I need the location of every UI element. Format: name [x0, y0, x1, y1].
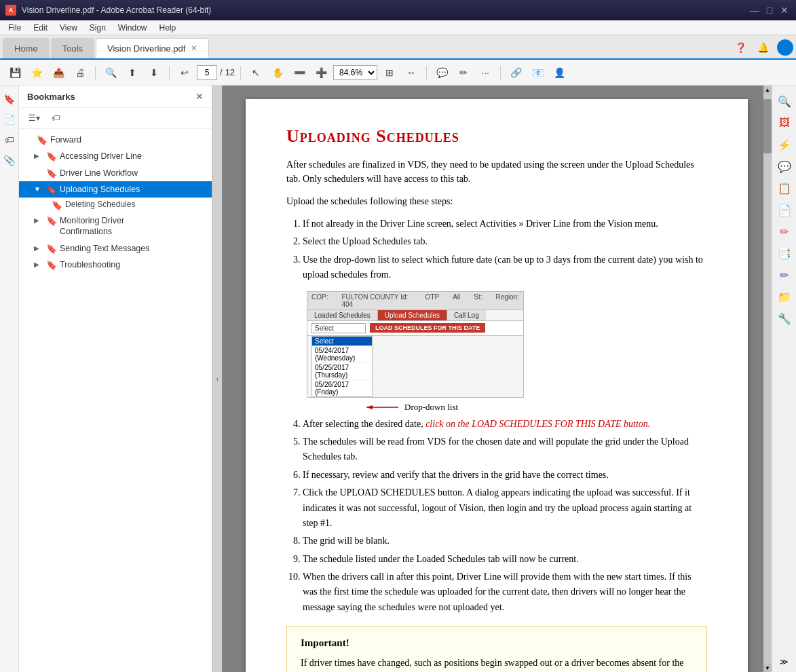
- fit-width-button[interactable]: ↔: [402, 63, 421, 82]
- help-icon[interactable]: ❓: [732, 39, 749, 56]
- sidebar-view-btn[interactable]: ☰▾: [24, 111, 43, 126]
- toolbar: 💾 ⭐ 📤 🖨 🔍 ⬆ ⬇ ↩ / 12 ↖ ✋ ➖ ➕ 84.6% ⊞ ↔ 💬…: [0, 60, 796, 86]
- left-icon-bar: 🔖 📄 🏷 📎: [0, 86, 19, 672]
- rt-stamp-button[interactable]: 📋: [774, 178, 795, 198]
- rt-zoom-button[interactable]: 🔍: [774, 91, 795, 111]
- rt-folder-button[interactable]: 📁: [774, 286, 795, 307]
- menu-sign[interactable]: Sign: [84, 22, 111, 34]
- titlebar: A Vision Driverline.pdf - Adobe Acrobat …: [0, 0, 796, 20]
- prev-page-button[interactable]: ⬆: [123, 63, 142, 82]
- menu-window[interactable]: Window: [113, 22, 153, 34]
- bookmark-label: Forward: [50, 134, 81, 145]
- attach-panel-icon[interactable]: 📎: [1, 152, 18, 168]
- sidebar-tag-btn[interactable]: 🏷: [46, 111, 65, 126]
- zoom-out-tool[interactable]: ➖: [290, 63, 309, 82]
- scroll-thumb[interactable]: [763, 99, 772, 153]
- fit-page-button[interactable]: ⊞: [380, 63, 399, 82]
- hand-tool[interactable]: ✋: [268, 63, 287, 82]
- separator-2: [169, 66, 170, 79]
- bookmark-monitoring-driver-confirmations[interactable]: ▶ 🔖 Monitoring DriverConfirmations: [19, 212, 212, 240]
- user-avatar[interactable]: [777, 39, 793, 56]
- minimize-button[interactable]: —: [748, 4, 761, 16]
- rt-pdf-button[interactable]: 📄: [774, 200, 795, 220]
- comment-button[interactable]: 💬: [432, 63, 451, 82]
- bookmark-accessing-driver-line[interactable]: ▶ 🔖 Accessing Driver Line: [19, 148, 212, 164]
- steps-list: If not already in the Driver Line screen…: [303, 217, 707, 283]
- step-6: If necessary, review and verify that the…: [303, 468, 707, 483]
- sidebar-toolbar: ☰▾ 🏷: [19, 108, 212, 129]
- menu-edit[interactable]: Edit: [28, 22, 53, 34]
- step-1: If not already in the Driver Line screen…: [303, 217, 707, 231]
- rt-draw-button[interactable]: ✏: [774, 221, 795, 242]
- tab-document[interactable]: Vision Driverline.pdf ✕: [96, 38, 209, 58]
- rt-collapse-button[interactable]: ≫: [774, 652, 795, 672]
- step-2: Select the Upload Schedules tab.: [303, 234, 707, 249]
- pdf-area[interactable]: Uploading Schedules After schedules are …: [222, 86, 772, 672]
- tab-tools[interactable]: Tools: [51, 38, 94, 58]
- menu-help[interactable]: Help: [154, 22, 182, 34]
- close-button[interactable]: ✕: [778, 4, 791, 16]
- bookmark-driver-line-workflow[interactable]: 🔖 Driver Line Workflow: [19, 165, 212, 181]
- app-icon: A: [5, 5, 16, 16]
- bookmark-label: Troubleshooting: [60, 259, 120, 270]
- bookmark-uploading-schedules[interactable]: ▼ 🔖 Uploading Schedules: [19, 181, 212, 198]
- more-button[interactable]: ···: [476, 63, 495, 82]
- pages-panel-icon[interactable]: 📄: [1, 111, 18, 128]
- expand-icon: ▶: [34, 244, 43, 252]
- step-3: Use the drop-down list to select which f…: [303, 253, 707, 283]
- bookmark-troubleshooting[interactable]: ▶ 🔖 Troubleshooting: [19, 257, 212, 273]
- scrollbar[interactable]: ▲ ▼: [763, 86, 772, 672]
- pdf-page: Uploading Schedules After schedules are …: [246, 99, 748, 672]
- layers-panel-icon[interactable]: 🏷: [1, 132, 18, 148]
- scroll-down-button[interactable]: ▼: [763, 664, 772, 672]
- tabbar-right: ❓ 🔔: [732, 39, 793, 58]
- bookmark-deleting-schedules[interactable]: 🔖 Deleting Schedules: [19, 198, 212, 212]
- bookmark-panel-icon[interactable]: 🔖: [1, 91, 18, 107]
- separator-3: [240, 66, 241, 79]
- maximize-button[interactable]: □: [763, 4, 776, 16]
- bookmark-button[interactable]: ⭐: [27, 63, 46, 82]
- sidebar-header: Bookmarks ✕: [19, 86, 212, 108]
- arrow-icon: [361, 400, 402, 414]
- sidebar-collapse-button[interactable]: ‹: [212, 86, 222, 672]
- zoom-select[interactable]: 84.6%: [333, 65, 377, 80]
- rt-lightning-button[interactable]: ⚡: [774, 134, 795, 155]
- rt-edit-button[interactable]: ✏: [774, 265, 795, 285]
- rt-comment-button[interactable]: 💬: [774, 156, 795, 176]
- menu-file[interactable]: File: [3, 22, 26, 34]
- rt-image-button[interactable]: 🖼: [774, 113, 795, 133]
- dropdown-label: Drop-down list: [404, 402, 458, 413]
- draw-button[interactable]: ✏: [454, 63, 473, 82]
- highlight-button[interactable]: 🔗: [506, 63, 525, 82]
- rt-organize-button[interactable]: 📑: [774, 243, 795, 263]
- share-button[interactable]: 📤: [49, 63, 68, 82]
- cursor-tool[interactable]: ↖: [246, 63, 265, 82]
- important-box: Important! If driver times have changed,…: [286, 626, 707, 672]
- back-button[interactable]: ↩: [175, 63, 194, 82]
- save-button[interactable]: 💾: [5, 63, 24, 82]
- rt-tools-button[interactable]: 🔧: [774, 308, 795, 329]
- step-7: Click the UPLOAD SCHEDULES button. A dia…: [303, 485, 707, 531]
- print-button[interactable]: 🖨: [71, 63, 90, 82]
- person-button[interactable]: 👤: [550, 63, 569, 82]
- sidebar-close-icon[interactable]: ✕: [195, 91, 204, 102]
- page-number-input[interactable]: [197, 65, 217, 80]
- scroll-up-button[interactable]: ▲: [763, 86, 772, 94]
- bookmark-forward[interactable]: 🔖 Forward: [19, 132, 212, 148]
- step-8: The grid will be blank.: [303, 534, 707, 548]
- sidebar: Bookmarks ✕ ☰▾ 🏷 🔖 Forward ▶ 🔖 Accessing…: [19, 86, 212, 672]
- tabbar: Home Tools Vision Driverline.pdf ✕ ❓ 🔔: [0, 35, 796, 60]
- next-page-button[interactable]: ⬇: [145, 63, 164, 82]
- zoom-in-tool[interactable]: ➕: [311, 63, 330, 82]
- menu-view[interactable]: View: [54, 22, 83, 34]
- step-10: When the drivers call in after this poin…: [303, 570, 707, 615]
- important-title: Important!: [301, 637, 693, 649]
- bookmark-icon: 🔖: [37, 135, 48, 145]
- separator-1: [95, 66, 96, 79]
- notification-icon[interactable]: 🔔: [755, 39, 772, 56]
- bookmark-sending-text-messages[interactable]: ▶ 🔖 Sending Text Messages: [19, 240, 212, 257]
- zoom-out-button[interactable]: 🔍: [101, 63, 120, 82]
- share2-button[interactable]: 📧: [528, 63, 547, 82]
- tab-home[interactable]: Home: [3, 38, 50, 58]
- tab-close-icon[interactable]: ✕: [191, 43, 197, 53]
